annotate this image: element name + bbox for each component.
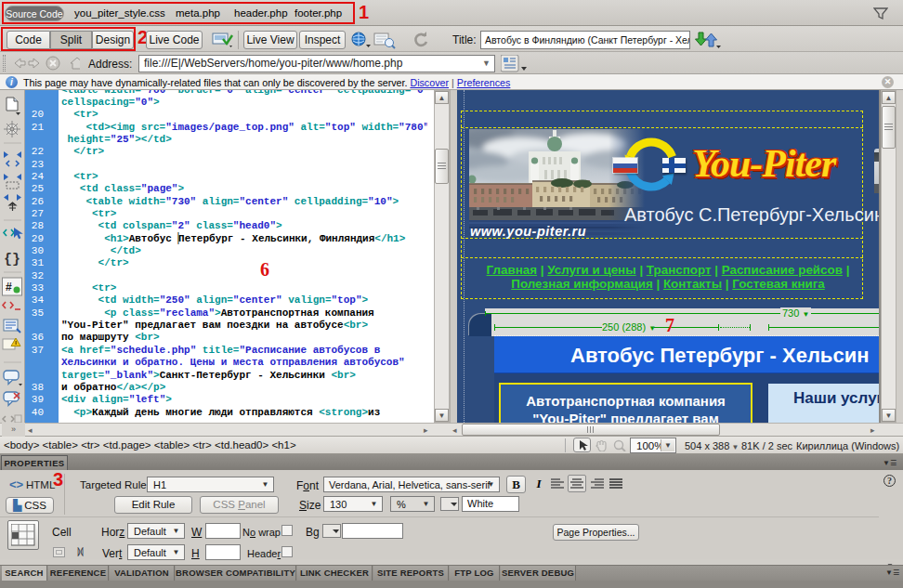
- svg-text:#: #: [6, 281, 12, 294]
- svg-text:{}: {}: [4, 252, 20, 268]
